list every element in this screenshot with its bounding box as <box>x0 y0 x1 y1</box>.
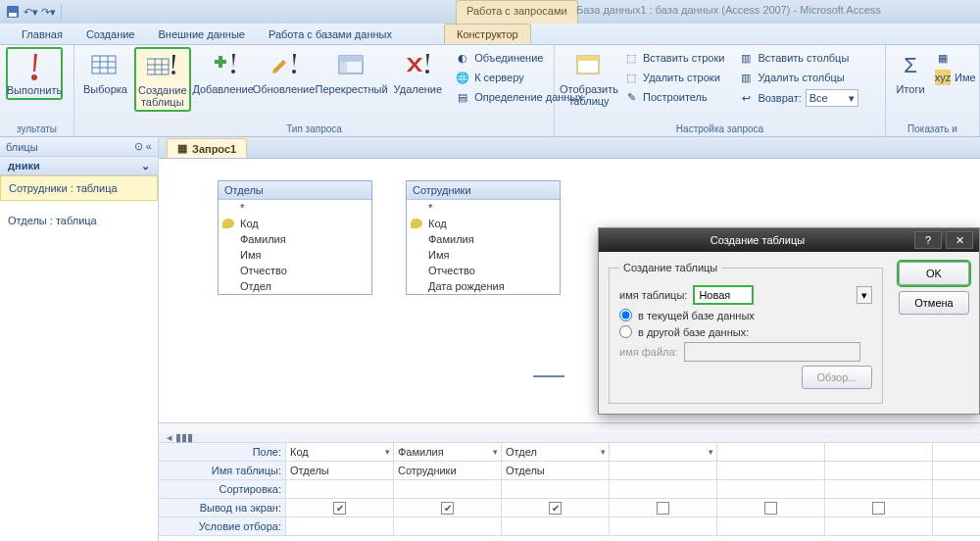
grid-show-2[interactable]: ✔ <box>394 499 502 517</box>
cancel-button[interactable]: Отмена <box>899 291 969 315</box>
join-line[interactable] <box>533 375 564 377</box>
filename-label: имя файла: <box>619 346 678 358</box>
delete-button[interactable]: Удаление <box>391 47 446 98</box>
other-db-label: в другой базе данных: <box>638 326 749 338</box>
nav-header[interactable]: блицы⊙ « <box>0 137 158 157</box>
field-familiya[interactable]: Фамилия <box>407 231 560 247</box>
field-imya[interactable]: Имя <box>219 247 371 263</box>
tab-database-tools[interactable]: Работа с базами данных <box>257 25 404 44</box>
field-otdel[interactable]: Отдел <box>219 278 371 294</box>
table-otdely[interactable]: Отделы * Код Фамилия Имя Отчество Отдел <box>218 180 372 295</box>
field-otchestvo[interactable]: Отчество <box>219 263 371 278</box>
tab-external-data[interactable]: Внешние данные <box>147 25 257 44</box>
tab-design[interactable]: Конструктор <box>444 24 531 44</box>
nav-item-otdely[interactable]: Отделы : таблица <box>0 209 158 232</box>
query-icon: ▦ <box>177 142 187 155</box>
union-icon: ◐ <box>455 50 470 66</box>
insert-row-icon: ⬚ <box>623 50 639 66</box>
return-combo[interactable]: ↩Возврат: Все▾ <box>736 88 859 108</box>
grid-field-1[interactable]: Код <box>286 443 394 462</box>
table-names-button[interactable]: xyzИме <box>933 69 978 86</box>
field-kod[interactable]: Код <box>219 216 371 231</box>
svg-rect-3 <box>92 56 116 74</box>
table-name-input[interactable] <box>693 285 754 305</box>
make-table-button[interactable]: Создание таблицы <box>134 47 191 112</box>
dialog-title: Создание таблицы <box>605 234 910 246</box>
row-label-field: Поле: <box>159 443 286 462</box>
row-label-sort: Сортировка: <box>159 480 286 499</box>
grid-show-3[interactable]: ✔ <box>502 499 610 517</box>
doc-tab-query1[interactable]: ▦Запрос1 <box>167 138 247 158</box>
ok-button[interactable]: OK <box>899 262 969 285</box>
insert-cols-button[interactable]: ▥Вставить столбцы <box>736 49 859 67</box>
field-familiya[interactable]: Фамилия <box>219 231 371 247</box>
pencil-exclaim-icon <box>269 50 300 81</box>
close-button[interactable]: ✕ <box>946 231 973 249</box>
property-sheet-button[interactable]: ▦ <box>933 49 978 67</box>
grid-show-1[interactable]: ✔ <box>286 499 394 517</box>
undo-icon[interactable]: ↶▾ <box>22 3 39 21</box>
dialog-legend: Создание таблицы <box>619 262 721 273</box>
run-button[interactable]: Выполнить <box>6 47 63 100</box>
save-icon[interactable] <box>4 3 22 21</box>
sheet-icon: ▦ <box>935 50 951 66</box>
grid-field-3[interactable]: Отдел <box>502 443 610 462</box>
grid-table-1[interactable]: Отделы <box>286 462 394 480</box>
insert-rows-button[interactable]: ⬚Вставить строки <box>621 49 726 67</box>
field-data-rozhdeniya[interactable]: Дата рождения <box>407 278 560 294</box>
crosstab-button[interactable]: Перекрестный <box>317 47 387 98</box>
plus-exclaim-icon <box>208 50 239 81</box>
grid-show-4[interactable] <box>610 499 717 517</box>
svg-point-2 <box>31 74 37 80</box>
update-button[interactable]: Обновление <box>256 47 313 98</box>
nav-group[interactable]: дники ⌄ <box>0 157 158 175</box>
ribbon-tabs: Главная Создание Внешние данные Работа с… <box>0 24 980 45</box>
other-db-radio[interactable] <box>619 325 632 338</box>
delete-cols-button[interactable]: ▥Удалить столбцы <box>736 69 859 86</box>
group-label-querytype: Тип запроса <box>80 122 548 136</box>
current-db-radio[interactable] <box>619 309 632 321</box>
table-icon <box>573 50 605 81</box>
row-label-table: Имя таблицы: <box>159 462 286 480</box>
delete-col-icon: ▥ <box>738 70 754 85</box>
grid-table-2[interactable]: Сотрудники <box>394 462 502 480</box>
chevron-down-icon[interactable]: ⊙ « <box>134 140 152 153</box>
browse-button: Обзор... <box>802 366 872 389</box>
show-table-button[interactable]: Отобразить таблицу <box>561 47 617 110</box>
svg-point-15 <box>292 70 296 74</box>
grid-exclaim-icon <box>147 51 178 82</box>
dialog-titlebar[interactable]: Создание таблицы ? ✕ <box>599 228 979 252</box>
table-name-label: имя таблицы: <box>619 289 687 301</box>
field-imya[interactable]: Имя <box>407 247 560 263</box>
svg-rect-18 <box>339 56 347 74</box>
grid-field-2[interactable]: Фамилия <box>394 443 502 462</box>
filename-input <box>684 342 860 362</box>
window-title: База данных1 : база данных (Access 2007)… <box>576 4 881 16</box>
field-star[interactable]: * <box>407 200 560 216</box>
ribbon: Выполнить зультаты Выборка Создание табл… <box>0 45 980 137</box>
field-otchestvo[interactable]: Отчество <box>407 263 560 278</box>
append-button[interactable]: Добавление <box>195 47 252 98</box>
xyz-icon: xyz <box>935 70 951 85</box>
field-kod[interactable]: Код <box>407 216 560 231</box>
nav-item-sotrudniki[interactable]: Сотрудники : таблица <box>0 175 158 201</box>
navigation-pane: блицы⊙ « дники ⌄ Сотрудники : таблица От… <box>0 137 159 541</box>
group-label-results: зультаты <box>6 122 68 136</box>
select-query-button[interactable]: Выборка <box>80 47 130 98</box>
exclamation-icon <box>19 51 50 82</box>
help-button[interactable]: ? <box>914 231 942 249</box>
tab-home[interactable]: Главная <box>10 25 74 44</box>
grid-scrollbar[interactable]: ◂ ▮▮▮ <box>159 433 980 443</box>
redo-icon[interactable]: ↷▾ <box>39 3 57 21</box>
dropdown-button[interactable]: ▾ <box>857 286 872 304</box>
tab-create[interactable]: Создание <box>74 25 147 44</box>
field-star[interactable]: * <box>219 200 371 216</box>
grid-field-4[interactable] <box>610 443 717 462</box>
delete-rows-button[interactable]: ⬚Удалить строки <box>621 69 726 86</box>
grid-table-3[interactable]: Отделы <box>502 462 610 480</box>
totals-button[interactable]: Σ Итоги <box>892 47 929 98</box>
builder-button[interactable]: ✎Построитель <box>621 88 726 106</box>
insert-col-icon: ▥ <box>738 50 754 66</box>
contextual-tab-label: Работа с запросами <box>456 0 578 24</box>
table-sotrudniki[interactable]: Сотрудники * Код Фамилия Имя Отчество Да… <box>406 180 561 295</box>
